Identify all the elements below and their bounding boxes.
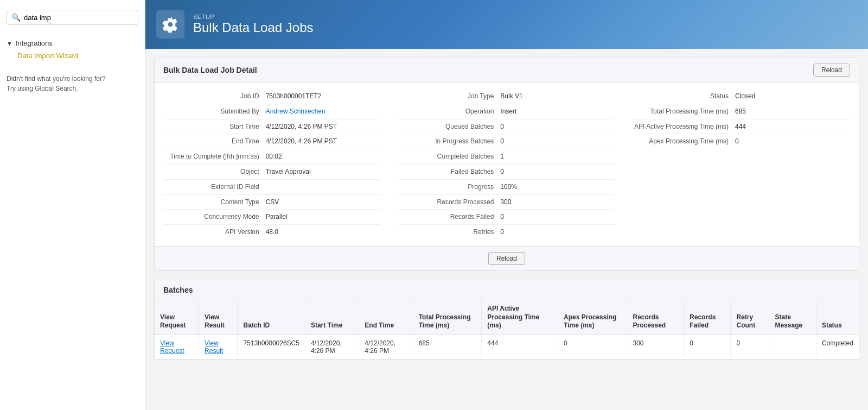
records-failed-label: Records Failed xyxy=(398,212,501,222)
records-failed-row: Records Failed 0 xyxy=(398,210,616,225)
card-header: Bulk Data Load Job Detail Reload xyxy=(155,58,859,83)
api-version-value: 48.0 xyxy=(266,228,381,237)
retries-row: Retries 0 xyxy=(398,225,616,239)
failed-batches-row: Failed Batches 0 xyxy=(398,165,616,180)
search-input[interactable] xyxy=(24,14,133,22)
concurrency-mode-value: Parallel xyxy=(266,212,381,222)
search-icon: 🔍 xyxy=(11,13,21,22)
col-header-view-result: View Result xyxy=(199,300,238,335)
api-active-row: API Active Processing Time (ms) 444 xyxy=(633,119,850,135)
batches-card: Batches View Request View Result Batch I… xyxy=(154,280,859,360)
retries-value: 0 xyxy=(500,228,615,237)
submitted-by-link[interactable]: Andrew Schmiechen xyxy=(266,108,326,115)
object-label: Object xyxy=(163,167,266,176)
job-id-label: Job ID xyxy=(163,92,266,101)
apex-row: Apex Processing Time (ms) 0 xyxy=(633,134,850,149)
total-processing-time-row: Total Processing Time (ms) 685 xyxy=(633,104,850,119)
start-time-value: 4/12/2020, 4:26 PM PST xyxy=(266,122,381,131)
search-box[interactable]: 🔍 xyxy=(7,10,138,25)
table-cell-batch_id: 7513h0000026SC5 xyxy=(238,335,305,359)
start-time-label: Start Time xyxy=(163,122,266,131)
sidebar-item-data-import-wizard[interactable]: Data Import Wizard xyxy=(7,49,138,62)
external-id-label: External ID Field xyxy=(163,182,266,192)
main-content: SETUP Bulk Data Load Jobs Bulk Data Load… xyxy=(145,0,868,410)
sidebar-section-header[interactable]: ▼ Integrations xyxy=(7,37,138,49)
api-version-row: API Version 48.0 xyxy=(163,225,381,239)
table-header-row: View Request View Result Batch ID Start … xyxy=(155,300,859,335)
status-label: Status xyxy=(633,92,735,101)
col-header-state-message: State Message xyxy=(769,300,816,335)
col-header-status: Status xyxy=(816,300,859,335)
completed-batches-row: Completed Batches 1 xyxy=(398,149,616,165)
time-to-complete-value: 00:02 xyxy=(266,152,381,161)
records-failed-value: 0 xyxy=(500,212,615,222)
job-id-row: Job ID 7503h000001TET2 xyxy=(163,89,381,104)
header-setup-label: SETUP xyxy=(193,14,313,20)
submitted-by-label: Submitted By xyxy=(163,107,266,116)
reload-button-bottom[interactable]: Reload xyxy=(488,252,525,265)
col-header-total-processing-time: Total Processing Time (ms) xyxy=(413,300,482,335)
object-row: Object Travel Approval xyxy=(163,165,381,180)
col-header-start-time: Start Time xyxy=(305,300,359,335)
progress-row: Progress 100% xyxy=(398,180,616,195)
chevron-down-icon: ▼ xyxy=(7,40,12,47)
in-progress-batches-label: In Progress Batches xyxy=(398,137,501,146)
queued-batches-value: 0 xyxy=(500,122,615,131)
queued-batches-row: Queued Batches 0 xyxy=(398,119,616,135)
col-header-apex-processing-time: Apex Processing Time (ms) xyxy=(558,300,627,335)
apex-label: Apex Processing Time (ms) xyxy=(633,137,735,146)
table-row: View RequestView Result7513h0000026SC54/… xyxy=(155,335,859,359)
submitted-by-row: Submitted By Andrew Schmiechen xyxy=(163,104,381,119)
records-processed-label: Records Processed xyxy=(398,198,501,207)
col-header-records-processed: Records Processed xyxy=(627,300,684,335)
col-header-view-request: View Request xyxy=(155,300,199,335)
records-processed-value: 300 xyxy=(500,198,615,207)
progress-label: Progress xyxy=(398,182,501,192)
card-footer: Reload xyxy=(155,246,859,270)
failed-batches-value: 0 xyxy=(500,167,615,176)
table-cell-start_time: 4/12/2020, 4:26 PM xyxy=(305,335,359,359)
api-active-label: API Active Processing Time (ms) xyxy=(633,122,735,131)
sidebar: 🔍 ▼ Integrations Data Import Wizard Didn… xyxy=(0,0,145,410)
end-time-row: End Time 4/12/2020, 4:26 PM PST xyxy=(163,134,381,149)
apex-value: 0 xyxy=(735,137,850,146)
table-cell-state_message xyxy=(769,335,816,359)
table-cell-records_processed: 300 xyxy=(627,335,684,359)
in-progress-batches-value: 0 xyxy=(500,137,615,146)
failed-batches-label: Failed Batches xyxy=(398,167,501,176)
object-value: Travel Approval xyxy=(266,167,381,176)
total-processing-time-label: Total Processing Time (ms) xyxy=(633,107,735,116)
concurrency-mode-label: Concurrency Mode xyxy=(163,212,266,222)
completed-batches-label: Completed Batches xyxy=(398,152,501,161)
reload-button-top[interactable]: Reload xyxy=(813,64,850,77)
col-header-batch-id: Batch ID xyxy=(238,300,305,335)
job-type-label: Job Type xyxy=(398,92,501,101)
queued-batches-label: Queued Batches xyxy=(398,122,501,131)
time-to-complete-row: Time to Complete ([hh:]mm:ss) 00:02 xyxy=(163,149,381,165)
batches-header: Batches xyxy=(155,280,859,300)
header-icon-box xyxy=(156,10,184,39)
link-view_request[interactable]: View Request xyxy=(160,339,184,355)
col-header-retry-count: Retry Count xyxy=(731,300,769,335)
page-title: Bulk Data Load Jobs xyxy=(193,20,313,35)
detail-grid: Job ID 7503h000001TET2 Submitted By Andr… xyxy=(155,83,859,246)
progress-value: 100% xyxy=(500,182,615,192)
sidebar-section-label: Integrations xyxy=(16,39,53,47)
col-header-records-failed: Records Failed xyxy=(684,300,731,335)
table-cell-end_time: 4/12/2020, 4:26 PM xyxy=(359,335,413,359)
batch-table: View Request View Result Batch ID Start … xyxy=(155,300,859,359)
table-cell-records_failed: 0 xyxy=(684,335,731,359)
concurrency-mode-row: Concurrency Mode Parallel xyxy=(163,210,381,225)
content-type-value: CSV xyxy=(266,198,381,207)
link-view_result[interactable]: View Result xyxy=(205,339,223,355)
sidebar-hint: Didn't find what you're looking for? Try… xyxy=(0,65,145,102)
end-time-value: 4/12/2020, 4:26 PM PST xyxy=(266,137,381,146)
content-type-label: Content Type xyxy=(163,198,266,207)
operation-row: Operation Insert xyxy=(398,104,616,119)
table-cell-status: Completed xyxy=(816,335,859,359)
submitted-by-value: Andrew Schmiechen xyxy=(266,107,381,116)
api-version-label: API Version xyxy=(163,228,266,237)
operation-label: Operation xyxy=(398,107,501,116)
status-value: Closed xyxy=(735,92,850,101)
retries-label: Retries xyxy=(398,228,501,237)
